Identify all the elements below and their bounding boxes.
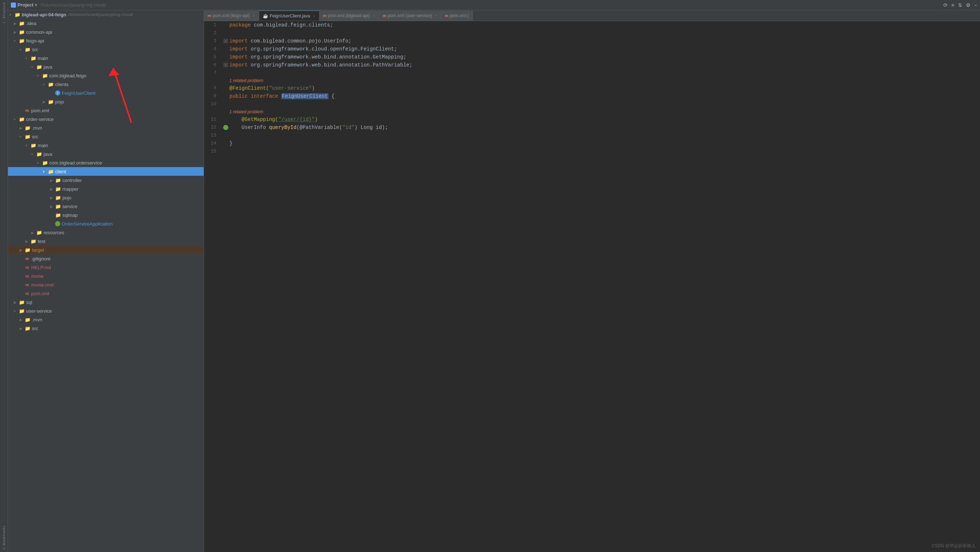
tree-item-sql[interactable]: ▶ 📁 sql [8, 298, 204, 306]
code-line-3: 3 import com.biglead.common.pojo.UserInf… [204, 37, 980, 45]
code-line-6: 6 import org.springframework.web.bind.an… [204, 61, 980, 69]
tab-close-3[interactable]: × [373, 13, 375, 18]
tree-item-mvn-user[interactable]: ▶ 📁 .mvn [8, 315, 204, 324]
folder-icon: 📁 [14, 12, 20, 18]
code-line-10: 10 [204, 100, 980, 108]
toolbar-path: /Volumes/scard/java/spring-cloud/... [40, 3, 109, 8]
code-line-11: 11 @GetMapping("/user/{id}") [204, 115, 980, 123]
tree-item-pom-order[interactable]: m pom.xml [8, 289, 204, 298]
toolbar-btn-sync[interactable]: ⟳ [943, 2, 948, 8]
tree-item-service[interactable]: ▶ 📁 service [8, 202, 204, 211]
tree-item-src-user[interactable]: ▶ 📁 src [8, 324, 204, 333]
tree-item-order-app[interactable]: 🌿 OrderServiceApplication [8, 219, 204, 228]
editor-panel: m pom.xml (feign-api) × ☕ FeignUserClien… [204, 10, 980, 552]
code-line-12: 12 🌿 UserInfo queryById(@PathVariable("i… [204, 123, 980, 131]
tree-item-common-api[interactable]: ▶ 📁 common-api [8, 27, 204, 36]
tree-item-user-service[interactable]: ▾ 📁 user-service [8, 306, 204, 315]
project-icon [11, 3, 16, 8]
tree-item-controller[interactable]: ▶ 📁 controller [8, 176, 204, 185]
tab-pom-feign[interactable]: m pom.xml (feign-api) × [204, 11, 259, 21]
tab-close-1[interactable]: × [253, 13, 255, 18]
tree-item-src-feign[interactable]: ▾ 📁 src [8, 45, 204, 54]
tree-item-pojo-order[interactable]: ▶ 📁 pojo [8, 193, 204, 202]
tree-item-mapper[interactable]: ▶ 📁 mapper [8, 185, 204, 193]
tab-feign-client[interactable]: ☕ FeignUserClient.java × [259, 11, 320, 21]
tree-item-resources-order[interactable]: ▶ 📁 resources [8, 228, 204, 237]
tree-item-com-biglead-feign[interactable]: ▾ 📁 com.biglead.feign [8, 71, 204, 80]
code-line-5: 5 import org.springframework.web.bind.an… [204, 53, 980, 61]
file-tree: ▾ 📁 biglead-api-04-feign /Volumes/scard/… [8, 10, 204, 552]
code-line-4: 4 import org.springframework.cloud.openf… [204, 45, 980, 53]
tree-item-java-order[interactable]: ▾ 📁 java [8, 150, 204, 158]
root-label: biglead-api-04-feign [22, 12, 67, 18]
code-editor[interactable]: 1 package com.biglead.feign.clients; 2 3 [204, 21, 980, 552]
tree-item-sqlmap[interactable]: 📁 sqlmap [8, 211, 204, 219]
side-label-top: 1: Structure [2, 2, 6, 24]
tree-item-mvnw[interactable]: m mvnw [8, 272, 204, 280]
watermark: CSDN @早起的车骑人 [931, 543, 976, 549]
tree-item-clients[interactable]: ▾ 📁 clients [8, 80, 204, 89]
tab-pom-user[interactable]: m pom.xml (user-service) × [379, 11, 441, 21]
tab-bar: m pom.xml (feign-api) × ☕ FeignUserClien… [204, 10, 980, 21]
code-problem-11: 1 related problem [204, 108, 980, 115]
tree-item-mvn-order[interactable]: ▶ 📁 .mvn [8, 123, 204, 132]
toolbar-btn-expand[interactable]: ⇅ [958, 2, 962, 8]
code-problem-8: 1 related problem [204, 77, 980, 84]
info-icon: i [55, 91, 60, 96]
code-line-7: 7 [204, 69, 980, 77]
toolbar-btn-settings[interactable]: ⚙ [966, 2, 970, 8]
tree-item-order-service[interactable]: ▾ 📁 order-service [8, 115, 204, 123]
tab-pom-biglead[interactable]: m pom.xml (biglead-api) × [320, 11, 379, 21]
code-line-2: 2 [204, 29, 980, 37]
code-line-15: 15 [204, 147, 980, 155]
toolbar-dropdown[interactable]: ▾ [35, 2, 37, 8]
tree-item-main-feign[interactable]: ▾ 📁 main [8, 54, 204, 62]
tree-item-java-feign[interactable]: ▾ 📁 java [8, 62, 204, 71]
root-path: /Volumes/scard/java/spring-cloud/ [68, 12, 133, 17]
tree-item-pom-feign[interactable]: m pom.xml [8, 106, 204, 115]
code-line-13: 13 [204, 131, 980, 139]
tree-item-gitignore[interactable]: m .gitignore [8, 254, 204, 263]
code-line-14: 14 } [204, 139, 980, 147]
tree-item-test-order[interactable]: ▶ 📁 test [8, 237, 204, 246]
spring-icon: 🌿 [55, 221, 60, 226]
tree-item-src-order[interactable]: ▾ 📁 src [8, 132, 204, 141]
tree-root[interactable]: ▾ 📁 biglead-api-04-feign /Volumes/scard/… [8, 10, 204, 19]
tree-item-target[interactable]: ▶ 📁 target [8, 246, 204, 254]
code-line-8: 8 @FeignClient("user-service") [204, 84, 980, 92]
tab-pom-extra[interactable]: m pom.xml ( [441, 11, 473, 21]
tree-item-pojo-feign[interactable]: ▶ 📁 pojo [8, 97, 204, 106]
code-line-1: 1 package com.biglead.feign.clients; [204, 21, 980, 29]
tree-item-idea[interactable]: ▶ 📁 .idea [8, 19, 204, 27]
tree-item-feign-user-client[interactable]: i FeignUserClient [8, 89, 204, 97]
toolbar: Project ▾ /Volumes/scard/java/spring-clo… [8, 0, 980, 10]
toolbar-btn-collapse[interactable]: ≡ [951, 2, 954, 8]
toolbar-btn-close[interactable]: − [974, 2, 977, 8]
tree-item-mvnw-cmd[interactable]: m mvnw.cmd [8, 280, 204, 289]
tree-item-main-order[interactable]: ▾ 📁 main [8, 141, 204, 150]
tab-close-4[interactable]: × [435, 13, 437, 18]
activity-bar: 1: Structure 2: Bookmarks [0, 0, 8, 552]
tab-close-2[interactable]: × [313, 14, 315, 18]
toolbar-title[interactable]: Project [18, 2, 33, 8]
code-line-9: 9 public interface FeignUserClient { [204, 92, 980, 100]
side-label-bottom: 2: Bookmarks [2, 525, 6, 550]
tree-item-client[interactable]: ▾ 📁 client [8, 167, 204, 176]
tree-item-help-md[interactable]: m HELP.md [8, 263, 204, 272]
tree-item-feign-api[interactable]: ▾ 📁 feign-api [8, 36, 204, 45]
tree-item-com-orderservice[interactable]: ▾ 📁 com.biglead.orderservice [8, 158, 204, 167]
